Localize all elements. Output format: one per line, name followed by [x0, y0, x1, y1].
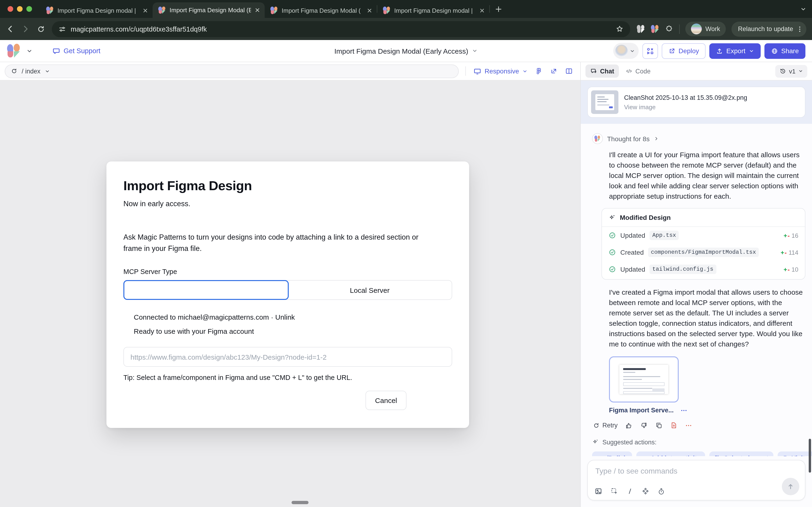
send-button[interactable] — [782, 478, 799, 495]
figma-url-input[interactable] — [123, 347, 452, 367]
select-element-icon[interactable] — [610, 487, 618, 495]
server-option-local[interactable]: Local Server — [288, 281, 452, 299]
connection-status[interactable]: Connected to michael@magicpatterns.com ·… — [123, 313, 452, 321]
deploy-button[interactable]: Deploy — [661, 43, 706, 59]
components-button[interactable] — [642, 43, 658, 59]
route-chevron-down-icon — [45, 68, 50, 74]
commands-diamonds-icon[interactable] — [642, 487, 650, 495]
chat-messages[interactable]: CleanShot 2025-10-13 at 15.35.09@2x.png … — [581, 80, 812, 456]
suggestion-polish[interactable]: /Polish — [592, 451, 632, 456]
user-avatar — [615, 45, 628, 57]
cancel-button[interactable]: Cancel — [366, 391, 407, 410]
zoom-window-button[interactable] — [26, 6, 32, 12]
bookmark-star-icon[interactable] — [615, 25, 624, 33]
close-tab-icon[interactable] — [367, 8, 372, 13]
version-chevron-down-icon — [798, 69, 803, 73]
back-icon[interactable] — [6, 24, 15, 34]
artifact-preview: Figma Import Serve... — [609, 356, 805, 414]
magicpatterns-logo[interactable] — [7, 44, 21, 58]
modified-design-title: Modified Design — [620, 214, 671, 221]
toolbar-extensions: Work Relaunch to update — [637, 21, 806, 37]
reload-icon[interactable] — [37, 25, 45, 33]
close-tab-icon[interactable] — [255, 7, 260, 13]
address-bar[interactable]: magicpatterns.com/c/uqptd6txe3sffar51dq9… — [52, 21, 630, 37]
file-action: Updated — [620, 266, 645, 273]
close-tab-icon[interactable] — [143, 8, 148, 13]
chat-scrollbar-thumb[interactable] — [809, 439, 811, 473]
site-settings-icon[interactable] — [58, 25, 66, 33]
tab-2-active[interactable]: Import Figma Design Modal (E — [153, 2, 265, 18]
thumbs-down-icon[interactable] — [640, 421, 648, 429]
split-view-icon[interactable] — [565, 67, 573, 75]
suggestion-visit-docs[interactable]: Visit docs — [777, 451, 812, 456]
responsive-selector[interactable]: Responsive — [473, 67, 528, 75]
chat-bubbles-icon — [590, 67, 597, 75]
artifact-thumbnail[interactable] — [609, 356, 679, 402]
retry-button[interactable]: Retry — [593, 422, 618, 429]
canvas[interactable]: Import Figma Design Now in early access.… — [0, 80, 580, 507]
route-reload-icon[interactable] — [11, 68, 17, 74]
copy-icon[interactable] — [655, 421, 663, 429]
relaunch-to-update-button[interactable]: Relaunch to update — [732, 21, 806, 37]
view-image-link[interactable]: View image — [624, 103, 747, 110]
diff-count: 114 — [789, 249, 798, 256]
minimize-window-button[interactable] — [17, 6, 22, 12]
slash-command-icon[interactable] — [627, 488, 634, 495]
artifact-more-options-icon[interactable] — [681, 406, 688, 414]
chat-input[interactable] — [594, 466, 768, 476]
share-button[interactable]: Share — [764, 43, 805, 59]
profile-label: Work — [705, 25, 720, 33]
image-icon[interactable] — [594, 487, 602, 495]
profile-chip[interactable]: Work — [685, 22, 726, 36]
route-selector[interactable]: / index — [5, 64, 459, 78]
export-chevron-down-icon — [749, 48, 754, 53]
file-change-row[interactable]: Updated tailwind.config.js +-10 — [602, 261, 805, 279]
thought-row[interactable]: Thought for 8s — [592, 133, 805, 144]
import-figma-design-modal: Import Figma Design Now in early access.… — [106, 162, 469, 428]
history-icon — [780, 68, 786, 74]
magicpatterns-favicon — [270, 7, 278, 14]
get-support-link[interactable]: Get Support — [52, 47, 100, 55]
url-text[interactable]: magicpatterns.com/c/uqptd6txe3sffar51dq9… — [71, 25, 611, 33]
open-preview-icon[interactable] — [550, 67, 558, 75]
modified-design-card: Modified Design Updated App.tsx +-16 Cre… — [601, 208, 805, 280]
tab-1[interactable]: Import Figma Design modal | — [41, 3, 153, 18]
assistant-paragraph-2: I've created a Figma import modal that a… — [609, 287, 805, 349]
new-tab-button[interactable] — [495, 5, 502, 13]
canvas-resize-handle[interactable] — [291, 501, 309, 504]
attachment-card[interactable]: CleanShot 2025-10-13 at 15.35.09@2x.png … — [587, 87, 805, 118]
extensions-puzzle-icon[interactable] — [665, 25, 673, 33]
thumbs-up-icon[interactable] — [625, 421, 633, 429]
suggestion-add-interactivity[interactable]: Add interactivity — [637, 451, 705, 456]
canvas-toolbar-icons: Responsive — [465, 66, 576, 76]
user-avatar-chip[interactable] — [613, 43, 639, 59]
timer-icon[interactable] — [657, 488, 665, 495]
extension-magicpatterns-icon[interactable] — [651, 25, 659, 33]
forward-icon[interactable] — [21, 24, 30, 34]
modal-description: Ask Magic Patterns to turn your designs … — [123, 232, 425, 254]
browser-menu-kebab-icon[interactable] — [796, 25, 804, 33]
suggestion-select-element[interactable]: Select element — [709, 451, 773, 456]
export-button[interactable]: Export — [709, 43, 760, 59]
artifact-label[interactable]: Figma Import Serve... — [609, 407, 674, 414]
figma-icon[interactable] — [535, 67, 543, 75]
workspace-chevron-down-icon[interactable] — [26, 48, 33, 54]
project-title-label: Import Figma Design Modal (Early Access) — [334, 47, 469, 55]
window-controls — [0, 6, 41, 12]
extension-magicpatterns-gray-icon[interactable] — [637, 25, 645, 33]
tab-chat[interactable]: Chat — [586, 64, 619, 78]
version-selector[interactable]: v1 — [775, 65, 807, 77]
tab-4[interactable]: Import Figma Design modal | — [377, 3, 489, 18]
file-change-row[interactable]: Updated App.tsx +-16 — [602, 227, 805, 244]
tab-3[interactable]: Import Figma Design Modal ( — [265, 3, 377, 18]
close-window-button[interactable] — [7, 6, 13, 12]
file-change-row[interactable]: Created components/FigmaImportModal.tsx … — [602, 244, 805, 261]
tab-search-chevron-icon[interactable] — [800, 0, 806, 18]
more-options-icon[interactable] — [685, 421, 693, 429]
tab-title: Import Figma Design Modal (E — [170, 7, 251, 14]
document-icon[interactable] — [670, 422, 678, 429]
close-tab-icon[interactable] — [480, 8, 485, 13]
server-option-remote-selected[interactable] — [123, 280, 289, 300]
chat-input-box[interactable] — [587, 460, 805, 500]
tab-code[interactable]: Code — [626, 67, 651, 75]
